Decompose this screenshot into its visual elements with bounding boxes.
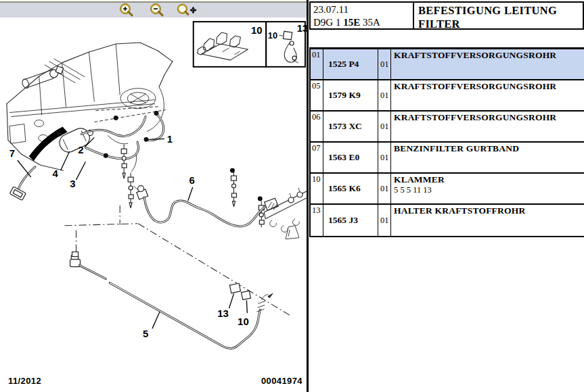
zoom-out-button[interactable] (145, 3, 169, 18)
centerline-drawing (65, 205, 292, 316)
diagram-panel: 1 2 3 4 5 6 7 13 10 10 13 (0, 0, 307, 392)
leader-line-13 (229, 293, 234, 308)
zoom-pan-button[interactable] (176, 3, 199, 18)
ref-number: 13 (311, 205, 323, 236)
catalog-date: 23.07.11 (313, 3, 410, 16)
part-description: KRAFTSTOFFVERSORGUNGSROHR (394, 112, 584, 123)
part-number: 1525 P4 (323, 49, 378, 79)
quantity: 01 (378, 205, 391, 236)
table-row-10[interactable]: 10 1565 K6 01 KLAMMER 5 5 5 11 13 (311, 174, 584, 205)
leader-line-6 (188, 187, 193, 201)
diagram-callout-13[interactable]: 13 (217, 308, 229, 319)
part-description: BENZINFILTER GURTBAND (394, 143, 584, 154)
table-row-07[interactable]: 07 1563 E0 01 BENZINFILTER GURTBAND (311, 143, 584, 174)
magnifier-plus-icon (118, 3, 135, 18)
ref-number: 10 (311, 174, 323, 203)
ref-number: 06 (311, 112, 323, 141)
diagram-callout-3[interactable]: 3 (70, 178, 75, 189)
diagram-callout-10[interactable]: 10 (238, 316, 249, 327)
info-header: 23.07.11 D9G 1 15E 35A BEFESTIGUNG LEITU… (309, 1, 584, 30)
diagram-callout-4[interactable]: 4 (52, 168, 58, 179)
part-number: 1573 XC (323, 112, 378, 141)
model-code-post: 35A (360, 17, 380, 28)
part-description: HALTER KRAFTSTOFFROHR (394, 205, 584, 216)
table-row-01[interactable]: 01 1525 P4 01 KRAFTSTOFFVERSORGUNGSROHR (311, 49, 584, 80)
quantity: 01 (378, 49, 391, 79)
engine-block-drawing (7, 43, 173, 170)
part-description: KRAFTSTOFFVERSORGUNGSROHR (394, 50, 584, 61)
quantity: 01 (378, 80, 391, 110)
model-code-bold: 15E (343, 17, 360, 28)
part-description: KRAFTSTOFFVERSORGUNGSROHR (394, 81, 584, 92)
magnifier-pan-icon (176, 3, 199, 18)
diagram-toolbar (0, 1, 307, 18)
leader-line-1 (150, 139, 164, 139)
part-note: 5 5 5 11 13 (394, 185, 584, 195)
description-cell: KRAFTSTOFFVERSORGUNGSROHR (391, 49, 584, 79)
zoom-in-button[interactable] (115, 3, 138, 18)
part-number: 1565 J3 (323, 205, 378, 236)
description-cell: KLAMMER 5 5 5 11 13 (391, 174, 584, 203)
inset-label-13: 13 (297, 22, 307, 34)
quantity: 01 (378, 112, 391, 141)
table-row-06[interactable]: 06 1573 XC 01 KRAFTSTOFFVERSORGUNGSROHR (311, 112, 584, 143)
ref-number: 01 (311, 49, 323, 79)
part-number: 1579 K9 (323, 80, 378, 110)
parts-table: 01 1525 P4 01 KRAFTSTOFFVERSORGUNGSROHR … (309, 47, 584, 237)
quantity: 01 (378, 174, 391, 203)
diagram-callout-5[interactable]: 5 (143, 328, 148, 339)
header-left-cell: 23.07.11 D9G 1 15E 35A (311, 3, 414, 28)
inset-label-10: 10 (251, 24, 263, 36)
table-row-13[interactable]: 13 1565 J3 01 HALTER KRAFTSTOFFROHR (311, 205, 584, 236)
fuel-pipes-drawing (81, 110, 264, 227)
inset-box-bracket: 13 10 (266, 22, 307, 67)
table-row-05[interactable]: 05 1579 K9 01 KRAFTSTOFFVERSORGUNGSROHR (311, 80, 584, 112)
inset-sub-label-10: 10 (268, 30, 277, 41)
leader-line-10 (246, 300, 247, 313)
description-cell: HALTER KRAFTSTOFFROHR (391, 205, 584, 236)
parts-catalog-window: 1 2 3 4 5 6 7 13 10 10 13 (0, 0, 584, 392)
parts-diagram: 1 2 3 4 5 6 7 13 10 10 13 (0, 0, 307, 392)
leader-line-3 (76, 162, 86, 180)
part-description: KLAMMER (394, 174, 584, 185)
revision-date: 11/2012 (8, 376, 41, 386)
parts-list-panel: 23.07.11 D9G 1 15E 35A BEFESTIGUNG LEITU… (309, 0, 584, 392)
leader-line-4 (61, 151, 70, 170)
part-number: 1563 E0 (323, 143, 378, 172)
ref-number: 07 (311, 143, 323, 172)
leader-line-7 (18, 160, 31, 177)
description-cell: KRAFTSTOFFVERSORGUNGSROHR (391, 80, 584, 110)
model-code-pre: D9G 1 (313, 17, 343, 28)
diagram-callout-2[interactable]: 2 (78, 144, 83, 155)
description-cell: KRAFTSTOFFVERSORGUNGSROHR (391, 112, 584, 141)
inset-box-clamp: 10 (194, 22, 267, 67)
leader-line-5 (152, 312, 160, 328)
description-cell: BENZINFILTER GURTBAND (391, 143, 584, 172)
magnifier-minus-icon (149, 3, 165, 18)
diagram-callout-7[interactable]: 7 (9, 147, 15, 159)
quantity: 01 (378, 143, 391, 172)
return-hose-drawing (9, 167, 35, 200)
part-number: 1565 K6 (323, 174, 378, 203)
drawing-number: 00041974 (261, 376, 302, 386)
tank-pipe-drawing (70, 252, 274, 349)
supply-hose-drawing (133, 186, 307, 239)
diagram-callout-1[interactable]: 1 (167, 133, 173, 145)
section-title: BEFESTIGUNG LEITUNG FILTER (414, 3, 583, 28)
ref-number: 05 (311, 80, 323, 110)
model-code: D9G 1 15E 35A (313, 16, 410, 29)
diagram-callout-6[interactable]: 6 (189, 174, 195, 186)
